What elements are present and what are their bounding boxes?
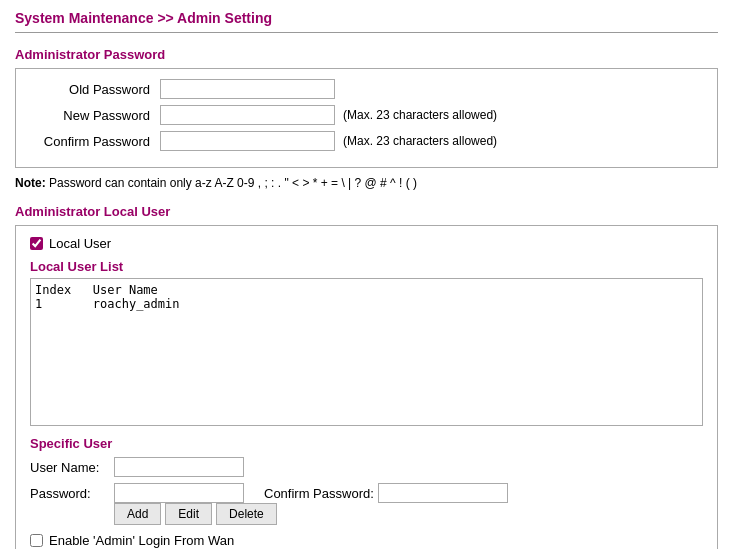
delete-button[interactable]: Delete: [216, 503, 277, 525]
local-user-checkbox[interactable]: [30, 237, 43, 250]
page-title: System Maintenance >> Admin Setting: [15, 10, 718, 26]
confirm-password-specific-input[interactable]: [378, 483, 508, 503]
local-user-checkbox-row: Local User: [30, 236, 703, 251]
specific-user-title: Specific User: [30, 436, 703, 451]
admin-password-title: Administrator Password: [15, 47, 718, 62]
new-password-label: New Password: [30, 108, 160, 123]
local-user-list-title: Local User List: [30, 259, 703, 274]
action-buttons-row: Add Edit Delete: [114, 503, 703, 525]
username-row: User Name:: [30, 457, 703, 477]
add-button[interactable]: Add: [114, 503, 161, 525]
password-input[interactable]: [114, 483, 244, 503]
note-label: Note:: [15, 176, 46, 190]
username-input[interactable]: [114, 457, 244, 477]
edit-button[interactable]: Edit: [165, 503, 212, 525]
local-user-box: Local User Local User List Index User Na…: [15, 225, 718, 549]
note-content: Password can contain only a-z A-Z 0-9 , …: [46, 176, 417, 190]
password-confirm-row: Password: Confirm Password:: [30, 483, 703, 503]
confirm-password-max-note: (Max. 23 characters allowed): [343, 134, 497, 148]
username-label: User Name:: [30, 460, 110, 475]
old-password-input[interactable]: [160, 79, 335, 99]
old-password-label: Old Password: [30, 82, 160, 97]
confirm-password-specific-row: Confirm Password:: [264, 483, 508, 503]
list-row-1: 1 roachy_admin: [35, 297, 698, 311]
password-row: Password:: [30, 483, 244, 503]
enable-wan-row: Enable 'Admin' Login From Wan: [30, 533, 703, 548]
local-user-list-box[interactable]: Index User Name 1 roachy_admin: [30, 278, 703, 426]
password-note: Note: Password can contain only a-z A-Z …: [15, 176, 718, 190]
password-label: Password:: [30, 486, 110, 501]
divider: [15, 32, 718, 33]
local-user-checkbox-label: Local User: [49, 236, 111, 251]
new-password-input[interactable]: [160, 105, 335, 125]
confirm-password-specific-label: Confirm Password:: [264, 486, 374, 501]
list-header: Index User Name: [35, 283, 698, 297]
confirm-password-label: Confirm Password: [30, 134, 160, 149]
confirm-password-input[interactable]: [160, 131, 335, 151]
confirm-password-row: Confirm Password (Max. 23 characters all…: [30, 131, 703, 151]
enable-wan-label: Enable 'Admin' Login From Wan: [49, 533, 234, 548]
local-user-title: Administrator Local User: [15, 204, 718, 219]
new-password-max-note: (Max. 23 characters allowed): [343, 108, 497, 122]
enable-wan-checkbox[interactable]: [30, 534, 43, 547]
old-password-row: Old Password: [30, 79, 703, 99]
new-password-row: New Password (Max. 23 characters allowed…: [30, 105, 703, 125]
admin-password-box: Old Password New Password (Max. 23 chara…: [15, 68, 718, 168]
